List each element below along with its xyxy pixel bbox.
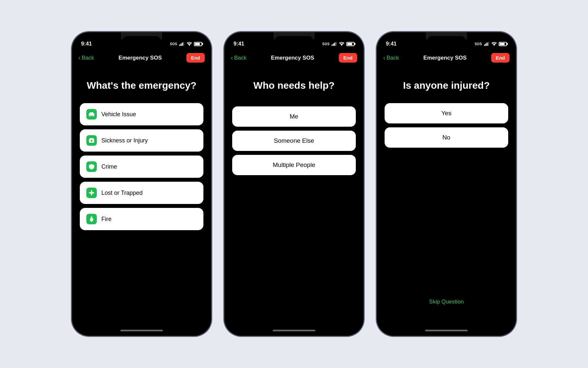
option-me[interactable]: Me xyxy=(232,106,356,127)
phone-2-screen: 9:41 SOS xyxy=(224,32,364,336)
signal-icon-1 xyxy=(179,42,185,46)
end-button-3[interactable]: End xyxy=(491,53,510,63)
home-bar-3 xyxy=(425,330,468,331)
signal-icon-3 xyxy=(484,42,490,46)
svg-point-4 xyxy=(189,45,190,46)
wifi-icon-1 xyxy=(187,42,192,46)
option-no[interactable]: No xyxy=(385,127,508,148)
fire-label: Fire xyxy=(101,216,112,223)
battery-icon-3 xyxy=(499,42,507,46)
svg-rect-19 xyxy=(484,45,485,46)
svg-point-18 xyxy=(341,45,342,46)
battery-icon-1 xyxy=(194,42,202,46)
option-someone-else[interactable]: Someone Else xyxy=(232,131,356,151)
lost-trapped-icon xyxy=(86,188,97,198)
battery-icon-2 xyxy=(346,42,355,46)
svg-point-6 xyxy=(89,115,91,117)
back-button-1[interactable]: ‹ Back xyxy=(78,54,94,61)
fire-icon xyxy=(86,214,97,224)
dynamic-island-1 xyxy=(122,36,161,47)
option-sickness-injury[interactable]: Sickness or Injury xyxy=(80,129,203,152)
dynamic-island-3 xyxy=(427,36,466,47)
main-question-2: Who needs help? xyxy=(232,80,356,91)
svg-point-7 xyxy=(93,115,94,117)
back-chevron-2: ‹ xyxy=(231,54,233,61)
nav-title-1: Emergency SOS xyxy=(119,55,162,61)
svg-rect-20 xyxy=(485,44,486,46)
status-icons-2: SOS xyxy=(322,42,355,46)
status-icons-1: SOS xyxy=(170,42,202,46)
sickness-icon xyxy=(86,135,97,146)
skip-question[interactable]: Skip Question xyxy=(385,299,508,318)
sos-badge-1: SOS xyxy=(170,42,177,46)
centered-options-3: Yes No xyxy=(385,103,508,148)
home-bar-1 xyxy=(120,330,163,331)
phone-1: 9:41 SOS xyxy=(71,31,212,337)
svg-rect-15 xyxy=(333,44,334,46)
phones-container: 9:41 SOS xyxy=(71,31,517,337)
wifi-icon-2 xyxy=(339,42,344,46)
option-lost-trapped[interactable]: Lost or Trapped xyxy=(80,182,203,204)
status-time-3: 9:41 xyxy=(386,41,397,47)
screen-content-1: What's the emergency? Vehicle Issue xyxy=(72,66,211,325)
svg-rect-17 xyxy=(336,42,337,46)
svg-rect-3 xyxy=(183,42,184,46)
wifi-icon-3 xyxy=(492,42,497,46)
main-question-3: Is anyone injured? xyxy=(385,80,508,91)
signal-icon-2 xyxy=(332,42,337,46)
back-label-2: Back xyxy=(234,55,247,61)
svg-rect-21 xyxy=(487,43,488,46)
screen-content-3: Is anyone injured? Yes No Skip Question xyxy=(377,66,516,325)
svg-point-23 xyxy=(494,45,494,46)
option-vehicle-issue[interactable]: Vehicle Issue xyxy=(80,103,203,125)
nav-bar-2: ‹ Back Emergency SOS End xyxy=(224,50,364,66)
option-multiple-people[interactable]: Multiple People xyxy=(232,155,356,175)
status-time-1: 9:41 xyxy=(81,41,92,47)
nav-title-2: Emergency SOS xyxy=(271,55,314,61)
svg-rect-16 xyxy=(334,43,335,46)
option-crime[interactable]: Crime xyxy=(80,156,203,178)
svg-rect-22 xyxy=(488,42,489,46)
svg-rect-1 xyxy=(181,44,182,46)
crime-icon xyxy=(86,161,97,172)
back-button-2[interactable]: ‹ Back xyxy=(231,54,247,61)
main-question-1: What's the emergency? xyxy=(80,80,203,91)
sos-badge-2: SOS xyxy=(322,42,330,46)
sos-badge-3: SOS xyxy=(475,42,482,46)
options-list-1: Vehicle Issue Sickness or Injury xyxy=(80,103,203,230)
home-indicator-2 xyxy=(224,325,364,336)
end-button-1[interactable]: End xyxy=(186,53,205,63)
status-time-2: 9:41 xyxy=(233,41,244,47)
svg-rect-9 xyxy=(90,138,94,139)
home-indicator-3 xyxy=(377,325,516,336)
svg-rect-14 xyxy=(332,45,333,46)
phone-2: 9:41 SOS xyxy=(224,31,364,337)
dynamic-island-2 xyxy=(274,36,314,47)
vehicle-icon xyxy=(86,109,97,120)
nav-bar-1: ‹ Back Emergency SOS End xyxy=(72,50,211,66)
status-icons-3: SOS xyxy=(475,42,507,46)
lost-trapped-label: Lost or Trapped xyxy=(101,190,143,196)
option-fire[interactable]: Fire xyxy=(80,208,203,230)
home-bar-2 xyxy=(273,330,315,331)
nav-title-3: Emergency SOS xyxy=(424,55,467,61)
centered-options-2: Me Someone Else Multiple People xyxy=(232,106,356,175)
option-yes[interactable]: Yes xyxy=(385,103,508,123)
phone-3: 9:41 SOS xyxy=(376,31,517,337)
svg-rect-13 xyxy=(89,192,94,193)
back-button-3[interactable]: ‹ Back xyxy=(383,54,399,61)
home-indicator-1 xyxy=(72,325,211,336)
nav-bar-3: ‹ Back Emergency SOS End xyxy=(377,50,516,66)
phone-3-screen: 9:41 SOS xyxy=(377,32,516,336)
crime-label: Crime xyxy=(101,163,117,170)
back-chevron-1: ‹ xyxy=(78,54,80,61)
svg-rect-0 xyxy=(179,45,180,46)
vehicle-label: Vehicle Issue xyxy=(101,111,136,118)
svg-rect-2 xyxy=(182,43,183,46)
back-label-3: Back xyxy=(387,55,399,61)
back-chevron-3: ‹ xyxy=(383,54,385,61)
back-label-1: Back xyxy=(82,55,94,61)
sickness-label: Sickness or Injury xyxy=(101,137,148,144)
end-button-2[interactable]: End xyxy=(339,53,357,63)
screen-content-2: Who needs help? Me Someone Else Multiple… xyxy=(224,66,364,325)
